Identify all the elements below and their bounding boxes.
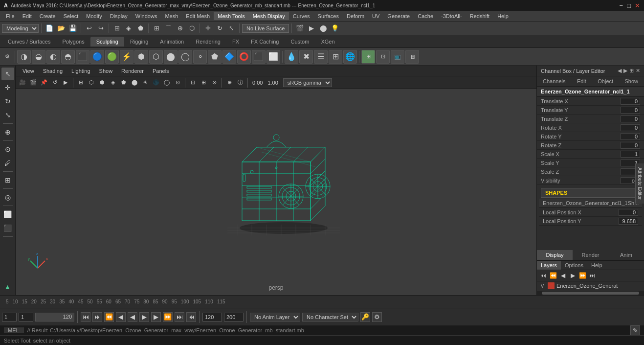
menu-select[interactable]: Select xyxy=(60,12,83,20)
menu-surfaces[interactable]: Surfaces xyxy=(314,12,343,20)
vp-menu-panels[interactable]: Panels xyxy=(149,67,173,75)
camera-icon[interactable]: ▲ xyxy=(1,280,14,293)
sculpt-bulge-icon[interactable]: 🔷 xyxy=(222,50,236,64)
select-icon[interactable]: ⊞ xyxy=(111,23,122,34)
vp-aa-icon[interactable]: ⊙ xyxy=(173,78,182,88)
menu-uv[interactable]: UV xyxy=(368,12,383,20)
snap-curve-icon[interactable]: ⌒ xyxy=(163,23,174,34)
menu-modify[interactable]: Modify xyxy=(82,12,106,20)
layer-v-indicator[interactable]: V xyxy=(539,282,546,289)
rp-collapse-icon[interactable]: ◀ xyxy=(618,68,622,74)
cb-edit-btn[interactable]: Edit xyxy=(575,78,588,85)
tab-display[interactable]: Display xyxy=(537,250,573,260)
show-manip-icon[interactable]: ⊕ xyxy=(1,126,14,138)
create-poly-icon[interactable]: ⬜ xyxy=(1,208,14,221)
tab-polygons[interactable]: Polygons xyxy=(56,37,90,46)
vp-arrow-icon[interactable]: ↺ xyxy=(50,78,60,88)
layer-tab-options[interactable]: Options xyxy=(561,261,587,270)
sculpt-freeze-icon[interactable]: ⬛ xyxy=(252,50,266,64)
render-icon[interactable]: ▶ xyxy=(306,23,317,34)
sculpt-settings-icon[interactable]: ⚙ xyxy=(2,51,13,62)
move-icon[interactable]: ✛ xyxy=(202,23,213,34)
rp-float-icon[interactable]: ⊞ xyxy=(629,68,634,74)
menu-mesh-tools[interactable]: Mesh Tools xyxy=(214,12,248,20)
layer-next-icon[interactable]: ⏩ xyxy=(578,271,587,280)
play-back-btn[interactable]: ◀ xyxy=(116,312,126,322)
menu-cache[interactable]: Cache xyxy=(414,12,437,20)
sculpt-smear-icon[interactable]: ⬟ xyxy=(208,50,222,64)
max-frame-field[interactable] xyxy=(224,313,244,322)
open-scene-icon[interactable]: 📂 xyxy=(56,23,67,34)
maximize-button[interactable]: □ xyxy=(627,2,631,9)
save-scene-icon[interactable]: 💾 xyxy=(67,23,78,34)
menu-3dtall[interactable]: -3DtoAll- xyxy=(437,12,466,20)
scale-icon[interactable]: ⤡ xyxy=(226,23,237,34)
undo-icon[interactable]: ↩ xyxy=(84,23,94,34)
sculpt-flatten-icon[interactable]: ⬛ xyxy=(76,50,89,64)
menu-mesh-display[interactable]: Mesh Display xyxy=(249,12,289,20)
vp-resolution-icon[interactable]: ⊞ xyxy=(199,78,208,88)
layer-scrollbar-thumb[interactable] xyxy=(542,292,639,295)
vp-ao-icon[interactable]: ◯ xyxy=(162,78,172,88)
sculpt-mask-icon[interactable]: ⊞ xyxy=(329,50,342,64)
scale-tool-icon[interactable]: ⤡ xyxy=(1,109,14,121)
sculpt-flood-icon[interactable]: 💧 xyxy=(285,50,298,64)
time-range-slider[interactable]: 120 xyxy=(35,313,74,322)
layer-next-next-icon[interactable]: ⏭ xyxy=(588,271,597,280)
go-to-end-btn[interactable]: ⏭ xyxy=(175,312,184,322)
vp-info-icon[interactable]: ⓘ xyxy=(235,78,245,88)
snap-surface-icon[interactable]: ⬡ xyxy=(186,23,197,34)
vp-playback-icon[interactable]: ▶ xyxy=(61,78,70,88)
layer-p-indicator[interactable] xyxy=(548,282,555,289)
sculpt-layer-icon[interactable]: ☰ xyxy=(314,50,328,64)
vp-grid-icon[interactable]: ⊞ xyxy=(76,78,86,88)
tab-rigging[interactable]: Rigging xyxy=(124,37,154,46)
vp-menu-shading[interactable]: Shading xyxy=(39,67,67,75)
menu-file[interactable]: File xyxy=(2,12,19,20)
menu-generate[interactable]: Generate xyxy=(383,12,414,20)
vp-noise-icon[interactable]: ⊗ xyxy=(209,78,219,88)
menu-mesh[interactable]: Mesh xyxy=(161,12,182,20)
lasso-icon[interactable]: ⊙ xyxy=(1,143,14,156)
layer-prev-icon[interactable]: ⏪ xyxy=(549,271,557,280)
gamma-selector[interactable]: sRGB gamma xyxy=(283,78,332,87)
sculpt-wax-icon[interactable]: ⬡ xyxy=(149,50,163,64)
rotate-tool-icon[interactable]: ↻ xyxy=(1,95,14,108)
select-tool-icon[interactable]: ↖ xyxy=(1,68,14,80)
soft-select-icon[interactable]: ◎ xyxy=(1,191,14,204)
quick-layout-icon[interactable]: ⬛ xyxy=(1,222,14,234)
rp-expand-icon[interactable]: ▶ xyxy=(623,68,627,74)
snap-grid-icon[interactable]: ⊞ xyxy=(151,23,162,34)
menu-deform[interactable]: Deform xyxy=(343,12,368,20)
rotate-icon[interactable]: ↻ xyxy=(214,23,225,34)
layer-back-icon[interactable]: ◀ xyxy=(558,271,567,280)
frame-start-field[interactable] xyxy=(2,313,17,322)
close-button[interactable]: ✕ xyxy=(635,2,640,9)
render-settings-icon[interactable]: 🎬 xyxy=(294,23,305,34)
sculpt-grab-icon[interactable]: ◒ xyxy=(32,50,45,64)
sculpt-imprint-icon[interactable]: ⬢ xyxy=(134,50,148,64)
menu-curves[interactable]: Curves xyxy=(289,12,314,20)
menu-display[interactable]: Display xyxy=(106,12,132,20)
tab-rendering[interactable]: Rendering xyxy=(190,37,226,46)
prev-frame2-btn[interactable]: ◀ xyxy=(128,312,137,322)
layer-tab-help[interactable]: Help xyxy=(587,261,606,270)
go-to-start-btn[interactable]: ⏮ xyxy=(81,312,90,322)
minimize-button[interactable]: − xyxy=(620,2,623,9)
vp-smooth-icon[interactable]: ⬢ xyxy=(97,78,107,88)
layer-prev-prev-icon[interactable]: ⏮ xyxy=(539,271,548,280)
sculpt-display4-icon[interactable]: 🖥 xyxy=(405,50,419,64)
vp-shading-icon[interactable]: ⬤ xyxy=(130,78,139,88)
move-tool-icon[interactable]: ✛ xyxy=(1,81,14,94)
script-editor-icon[interactable]: ✎ xyxy=(630,325,640,335)
prev-key-btn[interactable]: ⏭ xyxy=(92,312,102,322)
tab-fx-caching[interactable]: FX Caching xyxy=(245,37,285,46)
tab-curves-surfaces[interactable]: Curves / Surfaces xyxy=(2,37,56,46)
layer-forward-icon[interactable]: ▶ xyxy=(568,271,577,280)
attribute-editor-tab[interactable]: Attribute Editor xyxy=(635,163,644,204)
menu-windows[interactable]: Windows xyxy=(132,12,161,20)
snap-to-grid-icon[interactable]: ⊞ xyxy=(1,174,14,186)
sculpt-unfreeze-icon[interactable]: ⬜ xyxy=(266,50,280,64)
tab-sculpting[interactable]: Sculpting xyxy=(90,37,124,46)
sculpt-repeat-icon[interactable]: ⚡ xyxy=(120,50,133,64)
